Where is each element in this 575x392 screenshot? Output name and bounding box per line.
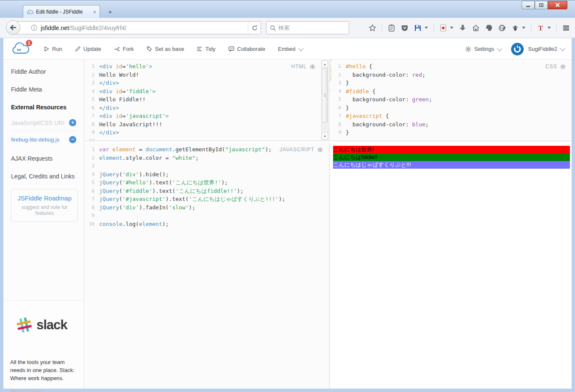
titlebar: ∞ Edit fiddle - JSFiddle × + <box>0 0 575 18</box>
code-line[interactable]: 2Hello World! <box>85 71 329 79</box>
code-line[interactable]: 4#fiddle { <box>331 87 572 96</box>
html-panel-scrollbar[interactable]: ▲ ▼ <box>321 60 328 140</box>
sidebar-item-legal[interactable]: Legal, Credits and Links <box>11 170 84 182</box>
code-line[interactable]: 10console.log(element); <box>85 220 329 228</box>
add-resource-button[interactable]: + <box>69 119 76 126</box>
add-page-dropdown-icon[interactable] <box>450 27 453 29</box>
html-editor-panel[interactable]: 1<div id='hello'>2Hello World!3</div>4<d… <box>85 60 330 142</box>
remove-resource-button[interactable]: − <box>69 136 76 143</box>
code-line[interactable]: 1#hello { <box>331 62 572 71</box>
embed-button[interactable]: Embed <box>278 46 302 52</box>
js-code[interactable]: 1var element = document.getElementById("… <box>85 143 329 228</box>
ad-attribution[interactable]: ads via Carbon <box>10 389 77 392</box>
resource-uri-input[interactable] <box>11 120 69 126</box>
code-line[interactable]: 9} <box>331 128 572 137</box>
site-info-icon[interactable] <box>31 25 37 31</box>
scrollbar-up-arrow[interactable]: ▲ <box>322 61 328 67</box>
ad-brand: slack <box>15 316 77 334</box>
code-line[interactable]: 2 background-color: red; <box>331 71 572 79</box>
code-line[interactable]: 2element.style.color = "white"; <box>85 154 329 162</box>
sidebar-item-fiddle-meta[interactable]: Fiddle Meta <box>11 83 84 95</box>
add-page-icon[interactable] <box>439 24 447 32</box>
bookmark-star-icon[interactable] <box>369 24 376 32</box>
panel-settings-gear-icon[interactable] <box>560 64 566 70</box>
firebug-fly-icon[interactable] <box>511 24 519 32</box>
roadmap-subtitle: suggest and vote for features <box>14 204 75 216</box>
advertisement[interactable]: slack All the tools your team needs in o… <box>3 300 84 389</box>
text-tool-dropdown-icon[interactable] <box>547 27 551 29</box>
roadmap-link[interactable]: JSFiddle Roadmap <box>14 195 75 202</box>
code-line[interactable]: 6jQuery('#fiddle').text('こんにちはfiddle!!')… <box>85 187 329 195</box>
sidebar-item-fiddle-author[interactable]: Fiddle Author <box>11 66 84 78</box>
scrollbar-down-arrow[interactable]: ▼ <box>322 133 328 139</box>
sidebar-item-ajax-requests[interactable]: AJAX Requests <box>11 153 84 164</box>
window-restore-button[interactable] <box>535 1 548 9</box>
avatar[interactable] <box>511 43 524 56</box>
code-line[interactable]: 5Hello Fiddle!! <box>85 95 329 104</box>
sidebar-item-external-resources[interactable]: External Resources <box>11 101 84 113</box>
code-line[interactable]: 9</div> <box>85 128 329 137</box>
code-line[interactable]: 7<div id='javascript'> <box>85 112 329 120</box>
panel-settings-gear-icon[interactable] <box>310 64 315 70</box>
tab-close-icon[interactable]: × <box>93 9 96 15</box>
clipboard-icon[interactable] <box>388 24 395 32</box>
set-as-base-button[interactable]: Set as base <box>147 46 184 52</box>
url-bar[interactable]: jsfiddle.net/SugiFiddle2/4vuyfrf4/ <box>14 21 261 34</box>
code-line[interactable]: 3} <box>331 79 572 87</box>
search-box[interactable]: 検索 <box>266 21 349 34</box>
update-button[interactable]: Update <box>75 46 101 52</box>
fork-button[interactable]: Fork <box>114 46 134 52</box>
evernote-icon[interactable] <box>485 24 493 32</box>
firebug-dropdown-icon[interactable] <box>522 27 525 29</box>
code-line[interactable]: 4jQuery('div').hide(); <box>85 170 329 179</box>
notification-badge[interactable]: 1 <box>26 40 32 46</box>
code-line[interactable]: 8 background-color: blue; <box>331 120 572 129</box>
window-close-button[interactable] <box>548 1 567 9</box>
code-line[interactable]: 3 <box>85 162 329 170</box>
user-menu[interactable]: SugiFiddle2 <box>528 46 564 52</box>
jsfiddle-favicon: ∞ <box>27 9 33 15</box>
sidebar: Fiddle Author Fiddle Meta External Resou… <box>3 60 84 389</box>
downloads-icon[interactable] <box>459 24 467 32</box>
code-line[interactable]: 8Hello JavaScript!!! <box>85 120 329 129</box>
back-button[interactable] <box>6 20 20 35</box>
save-session-dropdown-icon[interactable] <box>425 27 428 29</box>
code-line[interactable]: 6</div> <box>85 104 329 112</box>
code-line[interactable]: 9 <box>85 211 329 220</box>
browser-tab[interactable]: ∞ Edit fiddle - JSFiddle × <box>23 5 100 18</box>
url-text[interactable]: jsfiddle.net/SugiFiddle2/4vuyfrf4/ <box>41 25 248 31</box>
code-line[interactable]: 6} <box>331 104 572 112</box>
search-placeholder: 検索 <box>278 24 289 32</box>
home-icon[interactable] <box>472 24 480 32</box>
settings-button[interactable]: Settings <box>465 46 501 52</box>
save-session-icon[interactable] <box>414 24 422 32</box>
run-button[interactable]: Run <box>44 46 62 52</box>
scrollbar-thumb[interactable] <box>322 68 328 122</box>
jsfiddle-logo[interactable]: ∞ 1 <box>11 41 33 58</box>
tidy-button[interactable]: Tidy <box>197 46 215 52</box>
reload-button[interactable] <box>248 22 261 34</box>
code-line[interactable]: 7#javascript { <box>331 112 572 120</box>
code-line[interactable]: 5jQuery('#hello').text('こんにちは世界!'); <box>85 178 329 187</box>
globe-edit-icon[interactable] <box>498 24 506 32</box>
code-line[interactable]: 4<div id='fiddle'> <box>85 87 329 96</box>
panel-settings-gear-icon[interactable] <box>317 147 323 153</box>
menu-icon[interactable] <box>562 24 570 32</box>
css-editor-panel[interactable]: 1#hello {2 background-color: red;3}4#fid… <box>331 60 572 142</box>
code-line[interactable]: 8jQuery('div').fadeIn('slow'); <box>85 203 329 212</box>
resource-link[interactable]: firebug-lite-debug.js <box>11 136 69 143</box>
new-tab-button[interactable]: + <box>104 7 116 17</box>
collaborate-button[interactable]: Collaborate <box>228 46 266 52</box>
main-content: Fiddle Author Fiddle Meta External Resou… <box>3 60 572 389</box>
pocket-icon[interactable] <box>401 24 408 32</box>
html-code[interactable]: 1<div id='hello'>2Hello World!3</div>4<d… <box>85 60 329 142</box>
code-line[interactable]: 10 <box>85 137 329 142</box>
code-line[interactable]: 7jQuery('#javascript').text('こんにちはじゃばすくり… <box>85 195 329 203</box>
code-line[interactable]: 5 background-color: green; <box>331 95 572 104</box>
js-editor-panel[interactable]: 1var element = document.getElementById("… <box>85 143 330 389</box>
chevron-down-icon <box>560 46 566 51</box>
code-line[interactable]: 3</div> <box>85 79 329 87</box>
window-minimize-button[interactable] <box>522 1 535 9</box>
css-code[interactable]: 1#hello {2 background-color: red;3}4#fid… <box>331 60 572 137</box>
text-tool-icon[interactable]: T <box>537 24 544 32</box>
